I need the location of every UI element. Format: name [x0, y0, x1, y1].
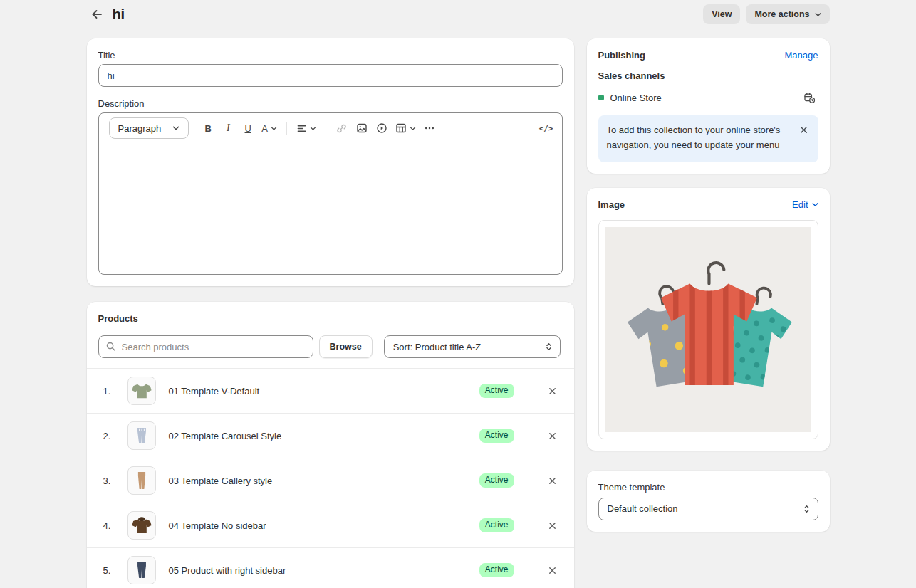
- image-card: Image Edit: [587, 188, 830, 451]
- products-controls: Browse Sort: Product title A-Z: [98, 335, 563, 358]
- status-badge: Active: [479, 518, 514, 532]
- title-input[interactable]: [98, 64, 563, 87]
- show-html-button[interactable]: </>: [536, 118, 556, 138]
- sales-channel-row: Online Store: [598, 89, 818, 106]
- product-name[interactable]: 03 Template Gallery style: [169, 476, 479, 486]
- chevron-down-icon: [815, 11, 821, 18]
- product-rank: 4.: [103, 520, 122, 531]
- chevron-down-icon: [310, 125, 316, 132]
- top-bar: hi View More actions: [87, 1, 830, 27]
- page-title: hi: [113, 6, 125, 23]
- product-name[interactable]: 01 Template V-Default: [169, 386, 479, 397]
- chevron-down-icon: [812, 201, 818, 208]
- product-list: 1. 01 Template V-Default Active 2.: [87, 368, 574, 588]
- theme-template-label: Theme template: [598, 482, 818, 493]
- product-thumbnail: [127, 377, 156, 405]
- search-products-input[interactable]: [98, 335, 313, 358]
- products-card: Products Browse Sort: Product title A-Z: [87, 302, 574, 588]
- publishing-heading: Publishing: [598, 50, 645, 61]
- underline-button[interactable]: U: [239, 118, 257, 138]
- toolbar-divider: [326, 122, 326, 135]
- insert-video-button[interactable]: [373, 118, 391, 138]
- page: hi View More actions Title Description: [87, 1, 830, 588]
- product-name[interactable]: 04 Template No sidebar: [169, 520, 479, 531]
- page-actions: View More actions: [703, 4, 829, 24]
- navigation-info-banner: To add this collection to your online st…: [598, 115, 818, 162]
- close-icon: [548, 521, 557, 530]
- dismiss-banner-button[interactable]: [796, 122, 812, 137]
- product-row: 4. 04 Template No sidebar Active: [87, 503, 574, 547]
- product-rank: 3.: [103, 476, 122, 486]
- content-layout: Title Description Paragraph B I U A: [87, 38, 830, 588]
- insert-link-button[interactable]: [333, 118, 351, 138]
- toolbar-divider: [286, 122, 287, 135]
- alignment-button[interactable]: [293, 118, 319, 138]
- editor-toolbar: Paragraph B I U A: [99, 113, 562, 143]
- back-button[interactable]: [87, 4, 107, 24]
- ellipsis-icon: [424, 122, 435, 134]
- paragraph-style-button[interactable]: Paragraph: [109, 117, 189, 139]
- align-left-icon: [296, 123, 307, 134]
- image-heading: Image: [598, 199, 625, 210]
- browse-button[interactable]: Browse: [319, 335, 373, 358]
- product-name[interactable]: 05 Product with right sidebar: [169, 565, 479, 576]
- publishing-card: Publishing Manage Sales channels Online …: [587, 38, 830, 174]
- theme-template-select[interactable]: Default collection: [598, 498, 818, 520]
- product-thumbnail: [127, 511, 156, 540]
- remove-product-button[interactable]: [543, 471, 563, 490]
- product-search: [98, 335, 313, 358]
- product-rank: 5.: [103, 565, 122, 576]
- channel-name: Online Store: [610, 93, 795, 103]
- main-column: Title Description Paragraph B I U A: [87, 38, 574, 588]
- product-row: 2. 02 Template Carousel Style Active: [87, 413, 574, 458]
- close-icon: [548, 387, 557, 396]
- chevron-down-icon: [271, 125, 277, 132]
- remove-product-button[interactable]: [543, 560, 563, 580]
- remove-product-button[interactable]: [543, 515, 563, 535]
- more-actions-button[interactable]: More actions: [746, 4, 829, 24]
- text-color-button[interactable]: A: [259, 118, 280, 138]
- sort-select[interactable]: Sort: Product title A-Z: [384, 335, 561, 358]
- bold-button[interactable]: B: [199, 118, 217, 138]
- product-rank: 1.: [103, 386, 122, 397]
- products-heading: Products: [98, 313, 563, 324]
- product-row: 1. 01 Template V-Default Active: [87, 368, 574, 413]
- description-editor: Paragraph B I U A: [98, 112, 563, 275]
- italic-button[interactable]: I: [219, 118, 237, 138]
- channel-status-dot: [598, 95, 604, 100]
- chevron-down-icon: [410, 125, 416, 132]
- update-your-menu-link[interactable]: update your menu: [705, 138, 780, 153]
- select-stepper-icon: [803, 504, 811, 514]
- product-thumbnail: [127, 556, 156, 584]
- product-row: 3. 03 Template Gallery style Active: [87, 458, 574, 503]
- product-thumbnail: [127, 421, 156, 450]
- collection-details-card: Title Description Paragraph B I U A: [87, 38, 574, 286]
- insert-image-button[interactable]: [353, 118, 371, 138]
- collection-image-frame[interactable]: [598, 220, 818, 439]
- product-name[interactable]: 02 Template Carousel Style: [169, 431, 479, 441]
- view-button[interactable]: View: [703, 4, 740, 24]
- more-formatting-button[interactable]: [420, 118, 439, 138]
- edit-image-button[interactable]: Edit: [792, 199, 818, 210]
- title-label: Title: [98, 50, 563, 61]
- description-editor-content[interactable]: [99, 143, 562, 274]
- table-icon: [395, 122, 407, 134]
- sidebar: Publishing Manage Sales channels Online …: [587, 38, 830, 532]
- remove-product-button[interactable]: [543, 426, 563, 446]
- arrow-left-icon: [90, 8, 103, 21]
- manage-publishing-link[interactable]: Manage: [785, 50, 818, 61]
- close-icon: [548, 476, 557, 485]
- remove-product-button[interactable]: [543, 381, 563, 401]
- select-stepper-icon: [545, 342, 553, 352]
- status-badge: Active: [479, 429, 514, 443]
- schedule-publishing-button[interactable]: [801, 89, 818, 106]
- product-thumbnail: [127, 466, 156, 495]
- image-icon: [356, 122, 368, 134]
- insert-table-button[interactable]: [392, 118, 419, 138]
- status-badge: Active: [479, 563, 514, 577]
- status-badge: Active: [479, 473, 514, 488]
- product-rank: 2.: [103, 431, 122, 441]
- close-icon: [548, 431, 557, 441]
- close-icon: [548, 566, 557, 575]
- theme-template-value: Default collection: [608, 503, 678, 514]
